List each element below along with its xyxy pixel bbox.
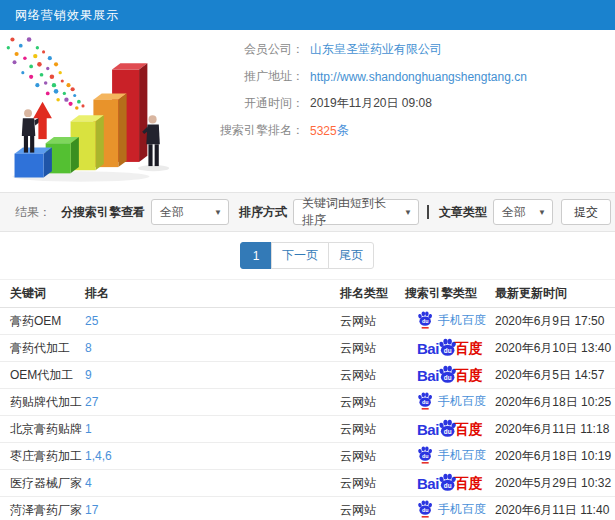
account-info-section: 会员公司： 山东皇圣堂药业有限公司 推广地址： http://www.shand… (0, 30, 615, 192)
keyword-cell: OEM代加工 (0, 362, 85, 389)
submit-button[interactable]: 提交 (561, 199, 611, 225)
search-engine-cell: Bai du 百度 (405, 335, 495, 362)
keyword-cell: 药贴牌代加工 (0, 389, 85, 416)
rank-link[interactable]: 9 (85, 368, 92, 382)
engine-rank-label: 搜索引擎排名： (192, 122, 304, 139)
mobile-baidu-paw-icon: du (417, 499, 433, 518)
svg-text:du: du (444, 481, 452, 488)
sort-label: 排序方式 (239, 204, 287, 221)
keyword-cell: 膏药代加工 (0, 335, 85, 362)
update-time-cell: 2020年6月11日 11:40 (495, 497, 615, 520)
table-row: 枣庄膏药加工 1,4,6 云网站 du 手机百度 2020年6月18日 10:1… (0, 443, 615, 470)
update-time-cell: 2020年5月29日 10:32 (495, 470, 615, 497)
engine-rank-row: 搜索引擎排名： 5325 条 (192, 117, 615, 144)
filter-bar: 结果： 分搜索引擎查看 全部 ▼ 排序方式 关键词由短到长排序 ▼ 文章类型 全… (0, 192, 615, 232)
table-header-row: 关键词 排名 排名类型 搜索引擎类型 最新更新时间 (0, 280, 615, 308)
member-company-link[interactable]: 山东皇圣堂药业有限公司 (310, 41, 442, 58)
baidu-logo-cn-text: 百度 (455, 476, 483, 490)
rank-type-header: 排名类型 (340, 280, 405, 308)
baidu-logo: Bai du 百度 (417, 364, 483, 387)
update-time-cell: 2020年6月5日 14:57 (495, 362, 615, 389)
search-engine-cell: Bai du 百度 (405, 470, 495, 497)
rank-link[interactable]: 1 (85, 422, 92, 436)
confetti-dots (7, 37, 85, 110)
rank-link[interactable]: 4 (85, 476, 92, 490)
update-time-cell: 2020年6月11日 11:18 (495, 416, 615, 443)
mobile-baidu-label: 手机百度 (438, 314, 486, 326)
rank-link[interactable]: 8 (85, 341, 92, 355)
rank-link[interactable]: 1,4,6 (85, 449, 112, 463)
rank-cell: 1 (85, 416, 340, 443)
update-time-cell: 2020年6月10日 13:40 (495, 335, 615, 362)
baidu-logo: Bai du 百度 (417, 418, 483, 441)
svg-text:du: du (444, 373, 452, 380)
bar-chart-illustration (0, 30, 192, 188)
baidu-logo-cn-text: 百度 (455, 368, 483, 382)
result-label: 结果： (15, 204, 51, 221)
chevron-down-icon: ▼ (214, 208, 222, 217)
search-engine-cell: Bai du 百度 (405, 362, 495, 389)
table-row: 膏药代加工 8 云网站 Bai du 百度 2020年6月10日 13:40 (0, 335, 615, 362)
search-engine-cell: du 手机百度 (405, 443, 495, 470)
svg-text:du: du (422, 507, 429, 513)
last-page-button[interactable]: 尾页 (328, 242, 374, 269)
filter-divider (427, 205, 429, 219)
table-row: 膏药OEM 25 云网站 du 手机百度 2020年6月9日 17:50 (0, 308, 615, 335)
member-company-row: 会员公司： 山东皇圣堂药业有限公司 (192, 36, 615, 63)
update-time-cell: 2020年6月18日 10:19 (495, 443, 615, 470)
mobile-baidu-badge: du 手机百度 (417, 391, 486, 410)
page-button-current[interactable]: 1 (240, 242, 272, 269)
results-table: 关键词 排名 排名类型 搜索引擎类型 最新更新时间 膏药OEM 25 云网站 d… (0, 279, 615, 520)
rank-cell: 17 (85, 497, 340, 520)
search-engine-cell: Bai du 百度 (405, 416, 495, 443)
article-type-value: 全部 (502, 204, 526, 221)
rank-cell: 8 (85, 335, 340, 362)
mobile-baidu-badge: du 手机百度 (417, 445, 486, 464)
rank-cell: 9 (85, 362, 340, 389)
baidu-logo: Bai du 百度 (417, 472, 483, 495)
baidu-logo-bai-text: Bai (417, 422, 439, 437)
table-row: 菏泽膏药厂家 17 云网站 du 手机百度 2020年6月11日 11:40 (0, 497, 615, 520)
rank-link[interactable]: 27 (85, 395, 98, 409)
table-row: 药贴牌代加工 27 云网站 du 手机百度 2020年6月18日 10:25 (0, 389, 615, 416)
mobile-baidu-paw-icon: du (417, 391, 433, 410)
keyword-cell: 枣庄膏药加工 (0, 443, 85, 470)
keyword-header: 关键词 (0, 280, 85, 308)
open-time-value: 2019年11月20日 09:08 (310, 95, 432, 112)
engine-filter-label: 分搜索引擎查看 (61, 204, 145, 221)
chevron-down-icon: ▼ (404, 208, 412, 217)
engine-type-header: 搜索引擎类型 (405, 280, 495, 308)
account-info-details: 会员公司： 山东皇圣堂药业有限公司 推广地址： http://www.shand… (192, 30, 615, 192)
rank-link[interactable]: 25 (85, 314, 98, 328)
baidu-logo-bai-text: Bai (417, 368, 439, 383)
promo-url-link[interactable]: http://www.shandonghuangshengtang.cn (310, 70, 527, 84)
article-type-label: 文章类型 (439, 204, 487, 221)
svg-text:du: du (422, 318, 429, 324)
engine-filter-select[interactable]: 全部 ▼ (151, 199, 229, 225)
sort-select[interactable]: 关键词由短到长排序 ▼ (293, 199, 419, 225)
mobile-baidu-badge: du 手机百度 (417, 310, 486, 329)
mobile-baidu-label: 手机百度 (438, 449, 486, 461)
baidu-logo-bai-text: Bai (417, 341, 439, 356)
baidu-logo-cn-text: 百度 (455, 341, 483, 355)
search-engine-cell: du 手机百度 (405, 389, 495, 416)
baidu-logo-cn-text: 百度 (455, 422, 483, 436)
rank-type-cell: 云网站 (340, 389, 405, 416)
baidu-logo-bai-text: Bai (417, 476, 439, 491)
rank-type-cell: 云网站 (340, 362, 405, 389)
rank-type-cell: 云网站 (340, 470, 405, 497)
table-row: 医疗器械厂家 4 云网站 Bai du 百度 2020年5月29日 10:32 (0, 470, 615, 497)
rank-link[interactable]: 17 (85, 503, 98, 517)
updated-header: 最新更新时间 (495, 280, 615, 308)
member-company-label: 会员公司： (192, 41, 304, 58)
rank-type-cell: 云网站 (340, 443, 405, 470)
promo-url-row: 推广地址： http://www.shandonghuangshengtang.… (192, 63, 615, 90)
article-type-select[interactable]: 全部 ▼ (493, 199, 553, 225)
keyword-cell: 医疗器械厂家 (0, 470, 85, 497)
keyword-cell: 菏泽膏药厂家 (0, 497, 85, 520)
next-page-button[interactable]: 下一页 (271, 242, 329, 269)
pagination: 1 下一页 尾页 (0, 242, 615, 269)
page-title: 网络营销效果展示 (15, 7, 119, 24)
table-row: OEM代加工 9 云网站 Bai du 百度 2020年6月5日 14:57 (0, 362, 615, 389)
svg-text:du: du (422, 399, 429, 405)
